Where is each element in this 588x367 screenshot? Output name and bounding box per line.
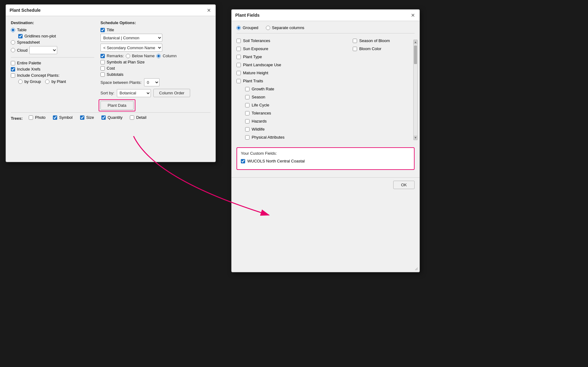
detail-checkbox[interactable] bbox=[130, 115, 134, 120]
plant-schedule-titlebar: Plant Schedule ✕ bbox=[6, 5, 215, 16]
name-format-dropdown[interactable]: Botanical | Common bbox=[100, 34, 162, 42]
plant-fields-titlebar: Plant Fields ✕ bbox=[232, 10, 420, 21]
by-plant-radio[interactable] bbox=[45, 80, 49, 84]
bloom-color-row: Bloom Color bbox=[353, 46, 415, 52]
svg-line-0 bbox=[415, 268, 418, 270]
life-cycle-checkbox[interactable] bbox=[245, 103, 249, 107]
cost-checkbox[interactable] bbox=[100, 66, 105, 71]
photo-checkbox[interactable] bbox=[29, 115, 33, 120]
grouped-radio[interactable] bbox=[236, 26, 241, 30]
scrollbar-thumb[interactable] bbox=[414, 45, 417, 64]
wildlife-checkbox[interactable] bbox=[245, 127, 249, 132]
plant-traits-checkbox[interactable] bbox=[236, 79, 241, 83]
separate-radio[interactable] bbox=[266, 26, 270, 30]
plant-type-checkbox[interactable] bbox=[236, 55, 241, 59]
by-plant-row: by Plant bbox=[45, 79, 66, 84]
physical-row: Physical Attributes bbox=[236, 134, 348, 140]
plant-fields-title: Plant Fields bbox=[235, 13, 260, 18]
gridlines-row: Gridlines non-plot bbox=[18, 34, 94, 38]
symbols-checkbox[interactable] bbox=[100, 60, 105, 64]
plant-data-button[interactable]: Plant Data bbox=[100, 101, 134, 110]
wucols-checkbox[interactable] bbox=[241, 159, 245, 163]
trees-section: Trees: Photo Symbol Size Quantity bbox=[11, 112, 211, 121]
by-group-label: by Group bbox=[24, 79, 41, 84]
hazards-checkbox[interactable] bbox=[245, 119, 249, 123]
fields-left-column: Soil Tolerances Sun Exposure Plant Type … bbox=[236, 38, 353, 142]
scrollbar-up-arrow[interactable]: ▲ bbox=[414, 40, 417, 44]
mature-height-label: Mature Height bbox=[243, 71, 268, 75]
hazards-label: Hazards bbox=[252, 119, 266, 123]
subtotals-checkbox[interactable] bbox=[100, 72, 105, 77]
remarks-label: Remarks: bbox=[107, 54, 124, 58]
landscape-checkbox[interactable] bbox=[236, 63, 241, 67]
below-name-radio[interactable] bbox=[126, 54, 130, 58]
scrollbar-track: ▲ ▼ bbox=[413, 40, 418, 140]
sort-by-row: Sort by: Botanical Column Order bbox=[100, 89, 211, 97]
growth-rate-checkbox[interactable] bbox=[245, 87, 249, 91]
cloud-dropdown[interactable] bbox=[29, 46, 57, 54]
fields-grid: Soil Tolerances Sun Exposure Plant Type … bbox=[236, 38, 415, 142]
column-radio[interactable] bbox=[156, 54, 161, 58]
tree-symbol-checkbox[interactable] bbox=[53, 115, 57, 120]
column-order-button[interactable]: Column Order bbox=[153, 89, 190, 97]
scrollbar-down-arrow[interactable]: ▼ bbox=[414, 136, 417, 140]
tolerances-label: Tolerances bbox=[252, 111, 271, 115]
cost-label: Cost bbox=[107, 66, 115, 71]
remarks-checkbox[interactable] bbox=[100, 54, 105, 58]
season-bloom-checkbox[interactable] bbox=[353, 39, 357, 43]
cloud-radio[interactable] bbox=[11, 48, 15, 52]
photo-row: Photo bbox=[29, 115, 45, 120]
separate-label: Separate columns bbox=[272, 25, 305, 30]
entire-palette-checkbox[interactable] bbox=[11, 61, 15, 65]
plant-schedule-close-button[interactable]: ✕ bbox=[206, 7, 212, 13]
entire-palette-row: Entire Palette bbox=[11, 61, 94, 65]
subtotals-row: Subtotals bbox=[100, 72, 211, 77]
table-radio[interactable] bbox=[11, 28, 15, 32]
ok-button[interactable]: OK bbox=[393, 181, 415, 189]
sort-by-dropdown[interactable]: Botanical bbox=[117, 89, 151, 97]
space-between-label: Space between Plants: bbox=[100, 80, 142, 85]
subtotals-label: Subtotals bbox=[107, 72, 123, 77]
plant-traits-label: Plant Traits bbox=[243, 79, 263, 83]
by-group-radio[interactable] bbox=[18, 80, 23, 84]
gridlines-checkbox[interactable] bbox=[18, 34, 23, 38]
include-concept-checkbox[interactable] bbox=[11, 73, 15, 78]
cloud-radio-row: Cloud bbox=[11, 46, 94, 54]
grouped-option: Grouped bbox=[236, 25, 258, 30]
sun-row: Sun Exposure bbox=[236, 46, 348, 52]
life-cycle-row: Life Cycle bbox=[236, 102, 348, 108]
physical-label: Physical Attributes bbox=[252, 135, 284, 140]
include-concept-row: Include Concept Plants: bbox=[11, 73, 94, 78]
quantity-checkbox[interactable] bbox=[101, 115, 106, 120]
quantity-row: Quantity bbox=[101, 115, 122, 120]
bloom-color-checkbox[interactable] bbox=[353, 47, 357, 51]
landscape-use-row: Plant Landscape Use bbox=[236, 62, 348, 68]
sun-checkbox[interactable] bbox=[236, 47, 241, 51]
spreadsheet-radio[interactable] bbox=[11, 40, 15, 45]
tolerances-checkbox[interactable] bbox=[245, 111, 249, 115]
include-xrefs-checkbox[interactable] bbox=[11, 67, 15, 71]
season-bloom-row: Season of Bloom bbox=[353, 38, 415, 44]
season-checkbox[interactable] bbox=[245, 95, 249, 99]
detail-row: Detail bbox=[130, 115, 146, 120]
size-checkbox[interactable] bbox=[80, 115, 84, 120]
physical-checkbox[interactable] bbox=[245, 135, 249, 140]
soil-checkbox[interactable] bbox=[236, 39, 241, 43]
plant-fields-close-button[interactable]: ✕ bbox=[410, 12, 416, 18]
title-checkbox[interactable] bbox=[100, 28, 105, 32]
secondary-name-row: < Secondary Common Name bbox=[100, 44, 211, 52]
plant-data-wrap: Plant Data bbox=[100, 101, 134, 110]
symbols-row: Symbols at Plan Size bbox=[100, 60, 211, 64]
include-xrefs-label: Include Xrefs bbox=[17, 67, 40, 71]
wildlife-label: Wildlife bbox=[252, 127, 265, 132]
symbols-label: Symbols at Plan Size bbox=[107, 60, 145, 64]
space-between-dropdown[interactable]: 0 bbox=[144, 78, 160, 86]
custom-fields-title: Your Custom Fields: bbox=[241, 151, 410, 156]
season-row: Season bbox=[236, 94, 348, 100]
soil-label: Soil Tolerances bbox=[243, 38, 270, 43]
ok-row: OK bbox=[232, 177, 420, 192]
mature-height-checkbox[interactable] bbox=[236, 71, 241, 75]
resize-handle[interactable] bbox=[415, 267, 418, 271]
secondary-name-dropdown[interactable]: < Secondary Common Name bbox=[100, 44, 162, 52]
destination-label: Destination: bbox=[11, 20, 94, 25]
